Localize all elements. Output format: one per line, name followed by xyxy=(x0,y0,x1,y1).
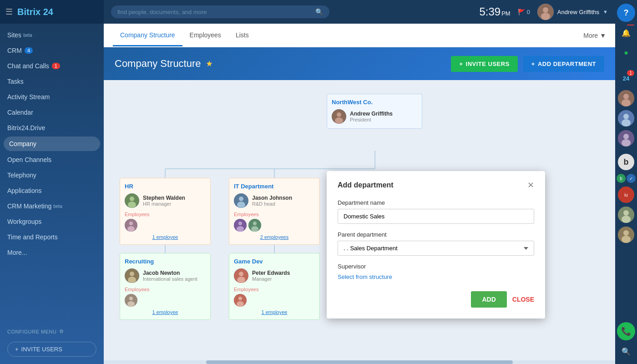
svg-point-17 xyxy=(622,236,631,243)
search-right-icon[interactable]: 🔍 xyxy=(617,342,635,360)
invite-users-header-button[interactable]: + INVITE USERS xyxy=(451,56,517,72)
sidebar-item-crm-marketing[interactable]: CRM Marketing beta xyxy=(0,198,104,214)
modal-add-button[interactable]: ADD xyxy=(471,291,506,308)
sidebar-item-telephony[interactable]: Telephony xyxy=(0,167,104,183)
select-from-structure-link[interactable]: Select from structure xyxy=(338,273,534,280)
header-actions: + INVITE USERS + ADD DEPARTMENT xyxy=(451,56,604,72)
sidebar-item-crm[interactable]: CRM 4 xyxy=(0,43,104,58)
svg-point-2 xyxy=(541,13,550,20)
flag-notification[interactable]: 🚩 0 xyxy=(518,9,530,15)
search-box[interactable]: 🔍 xyxy=(111,5,329,18)
more-button[interactable]: More ▼ xyxy=(583,32,606,39)
chevron-down-icon: ▼ xyxy=(603,9,608,15)
sidebar-item-more[interactable]: More... xyxy=(0,245,104,260)
phone-button[interactable]: 📞 xyxy=(617,322,635,340)
avatar xyxy=(537,4,554,20)
dept-name-input[interactable] xyxy=(338,209,534,224)
svg-point-8 xyxy=(622,119,631,126)
sidebar-item-company[interactable]: Company xyxy=(4,136,100,151)
sidebar-item-calendar[interactable]: Calendar xyxy=(0,105,104,120)
user-menu[interactable]: Andrew Griffiths ▼ xyxy=(537,4,608,20)
configure-menu[interactable]: CONFIGURE MENU ⚙ xyxy=(0,325,104,338)
right-panel-user-3[interactable] xyxy=(618,130,634,147)
tab-company-structure[interactable]: Company Structure xyxy=(113,25,182,46)
sidebar-item-time-reports[interactable]: Time and Reports xyxy=(0,229,104,245)
right-panel: ? 🔔 ● 24 1 b b ✓ iu 📞 🔍 xyxy=(615,0,637,364)
modal-actions: ADD CLOSE xyxy=(338,291,534,308)
page-title: Company Structure ★ xyxy=(115,58,213,70)
supervisor-label: Supervisor xyxy=(338,263,534,270)
right-panel-user-5[interactable]: ✓ xyxy=(627,174,636,183)
svg-point-16 xyxy=(623,230,629,236)
tab-employees[interactable]: Employees xyxy=(182,25,228,46)
add-department-button[interactable]: + ADD DEPARTMENT xyxy=(523,56,604,72)
right-panel-user-4[interactable]: b xyxy=(617,174,626,183)
svg-point-13 xyxy=(623,210,629,216)
app-logo: Bitrix 24 xyxy=(17,7,53,17)
svg-point-4 xyxy=(623,94,629,99)
content-header: Company Structure ★ + INVITE USERS + ADD… xyxy=(104,47,615,80)
sidebar-item-activity-stream[interactable]: Activity Stream xyxy=(0,89,104,105)
parent-dept-select[interactable]: . . Sales Department xyxy=(338,241,534,256)
right-panel-user-b[interactable]: b xyxy=(618,154,634,170)
right-panel-user-7[interactable] xyxy=(618,207,634,223)
tab-lists[interactable]: Lists xyxy=(228,25,256,46)
modal-header: Add department ✕ xyxy=(338,180,534,190)
svg-point-7 xyxy=(623,114,629,119)
svg-point-1 xyxy=(543,7,548,13)
hamburger-menu-icon[interactable]: ☰ xyxy=(5,7,13,17)
notifications-button[interactable]: 🔔 xyxy=(617,24,635,42)
modal-close-button[interactable]: ✕ xyxy=(527,180,534,190)
parent-dept-label: Parent department xyxy=(338,231,534,238)
plus-icon: + xyxy=(459,61,463,67)
search-icon: 🔍 xyxy=(315,8,323,15)
user-avatar-image xyxy=(537,4,554,20)
modal-overlay: Add department ✕ Department name Parent … xyxy=(104,80,615,364)
chevron-down-icon: ▼ xyxy=(600,32,606,39)
plus-icon: + xyxy=(15,346,19,353)
plus-icon: + xyxy=(531,61,535,67)
sidebar-item-open-channels[interactable]: Open Channels xyxy=(0,152,104,167)
time-display: 5:39PM xyxy=(479,5,510,18)
sidebar-nav: Sites beta CRM 4 Chat and Calls 1 Tasks … xyxy=(0,24,104,325)
topbar: 🔍 5:39PM 🚩 0 Andrew Griffiths ▼ xyxy=(104,0,615,24)
right-panel-user-6[interactable]: iu xyxy=(618,187,634,203)
modal-close-btn[interactable]: CLOSE xyxy=(512,296,534,303)
bitrix24-feed-button[interactable]: 24 1 xyxy=(617,69,635,87)
modal-title: Add department xyxy=(338,181,394,189)
invite-users-button[interactable]: + INVITE USERS xyxy=(7,342,96,357)
search-input[interactable] xyxy=(117,9,312,15)
add-department-modal: Add department ✕ Department name Parent … xyxy=(327,171,545,318)
sidebar-item-applications[interactable]: Applications xyxy=(0,183,104,198)
svg-point-11 xyxy=(622,139,631,147)
sidebar-item-chat-calls[interactable]: Chat and Calls 1 xyxy=(0,58,104,74)
sidebar-item-tasks[interactable]: Tasks xyxy=(0,74,104,89)
parent-dept-group: Parent department . . Sales Department xyxy=(338,231,534,256)
sidebar-item-sites[interactable]: Sites beta xyxy=(0,27,104,43)
svg-point-14 xyxy=(622,216,631,223)
gear-icon: ⚙ xyxy=(59,329,64,334)
right-panel-user-8[interactable] xyxy=(618,227,634,243)
help-button[interactable]: ? xyxy=(617,4,635,22)
svg-point-10 xyxy=(623,134,629,139)
sidebar-item-bitrix24-drive[interactable]: Bitrix24.Drive xyxy=(0,120,104,136)
flag-icon: 🚩 xyxy=(518,9,525,15)
org-chart-area: NorthWest Co. Andrew Griffiths President… xyxy=(104,80,615,364)
supervisor-group: Supervisor Select from structure xyxy=(338,263,534,280)
right-panel-user-1[interactable] xyxy=(618,90,634,106)
dept-name-group: Department name xyxy=(338,199,534,224)
sidebar: ☰ Bitrix 24 Sites beta CRM 4 Chat and Ca… xyxy=(0,0,104,364)
favorite-star-icon[interactable]: ★ xyxy=(206,59,213,69)
logo-area: ☰ Bitrix 24 xyxy=(0,0,104,24)
tabs-bar: Company Structure Employees Lists More ▼ xyxy=(104,24,615,47)
dept-name-label: Department name xyxy=(338,199,534,206)
sidebar-item-workgroups[interactable]: Workgroups xyxy=(0,214,104,229)
right-panel-user-2[interactable] xyxy=(618,110,634,126)
live-feed-button[interactable]: ● xyxy=(617,44,635,62)
main-content: Company Structure Employees Lists More ▼… xyxy=(104,24,615,364)
svg-point-5 xyxy=(622,99,631,106)
